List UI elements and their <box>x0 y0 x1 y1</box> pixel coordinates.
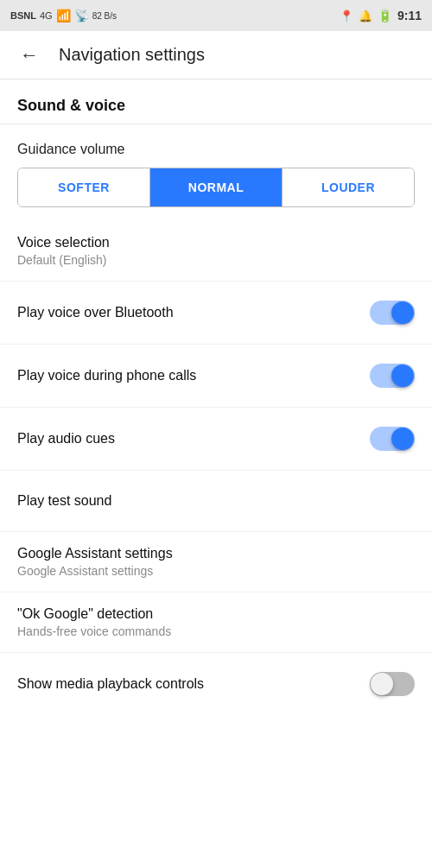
notification-bell-icon: 🔔 <box>359 10 372 22</box>
google-assistant-settings-title: Google Assistant settings <box>17 546 415 561</box>
status-bar-left: BSNL 4G 📶 📡 82 B/s <box>10 9 117 22</box>
data-speed-label: 82 B/s <box>92 11 117 21</box>
play-voice-bluetooth-row[interactable]: Play voice over Bluetooth <box>0 282 432 345</box>
toggle-thumb <box>391 301 414 324</box>
ok-google-detection-row[interactable]: "Ok Google" detection Hands-free voice c… <box>0 592 432 653</box>
volume-normal-button[interactable]: NORMAL <box>150 168 283 206</box>
location-icon: 📍 <box>340 10 353 22</box>
volume-selector: SOFTER NORMAL LOUDER <box>17 168 415 207</box>
show-media-playback-row[interactable]: Show media playback controls <box>0 653 432 715</box>
play-voice-bluetooth-toggle[interactable] <box>370 301 415 325</box>
volume-louder-button[interactable]: LOUDER <box>283 168 414 206</box>
voice-selection-subtitle: Default (English) <box>17 253 415 267</box>
network-type-icon: 4G <box>40 10 53 21</box>
back-arrow-icon: ← <box>20 44 39 67</box>
settings-content: Sound & voice Guidance volume SOFTER NOR… <box>0 79 432 715</box>
time-label: 9:11 <box>397 9 422 22</box>
status-bar: BSNL 4G 📶 📡 82 B/s 📍 🔔 🔋 9:11 <box>0 0 432 31</box>
show-media-playback-toggle[interactable] <box>370 672 415 696</box>
back-button[interactable]: ← <box>14 40 45 71</box>
play-audio-cues-label: Play audio cues <box>17 431 115 447</box>
ok-google-detection-title: "Ok Google" detection <box>17 606 415 622</box>
play-voice-bluetooth-label: Play voice over Bluetooth <box>17 305 174 320</box>
toggle-thumb <box>391 428 414 450</box>
play-voice-phone-calls-row[interactable]: Play voice during phone calls <box>0 345 432 408</box>
play-audio-cues-row[interactable]: Play audio cues <box>0 408 432 471</box>
google-assistant-settings-row[interactable]: Google Assistant settings Google Assista… <box>0 532 432 592</box>
status-bar-right: 📍 🔔 🔋 9:11 <box>340 9 422 22</box>
wifi-icon: 📡 <box>74 9 89 22</box>
top-nav-bar: ← Navigation settings <box>0 31 432 79</box>
ok-google-detection-subtitle: Hands-free voice commands <box>17 624 415 638</box>
page-title: Navigation settings <box>59 45 205 65</box>
play-voice-phone-calls-toggle[interactable] <box>370 364 415 388</box>
guidance-volume-label: Guidance volume <box>0 124 432 162</box>
toggle-thumb <box>371 673 393 695</box>
voice-selection-row[interactable]: Voice selection Default (English) <box>0 221 432 282</box>
play-audio-cues-toggle[interactable] <box>370 427 415 451</box>
volume-softer-button[interactable]: SOFTER <box>18 168 150 206</box>
carrier-label: BSNL <box>10 10 36 21</box>
battery-icon: 🔋 <box>378 9 392 22</box>
show-media-playback-label: Show media playback controls <box>17 676 204 692</box>
signal-bars-icon: 📶 <box>56 9 71 22</box>
play-test-sound-row[interactable]: Play test sound <box>0 471 432 532</box>
play-voice-phone-calls-label: Play voice during phone calls <box>17 368 196 383</box>
toggle-thumb <box>391 364 414 387</box>
section-header-sound-voice: Sound & voice <box>0 79 432 124</box>
voice-selection-title: Voice selection <box>17 235 415 250</box>
google-assistant-settings-subtitle: Google Assistant settings <box>17 564 415 578</box>
play-test-sound-label: Play test sound <box>17 493 111 508</box>
